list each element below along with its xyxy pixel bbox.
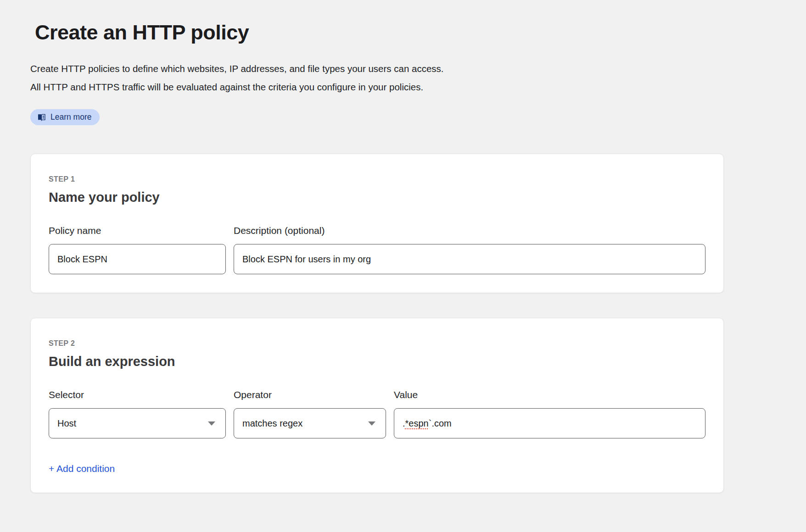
value-text-suffix: `.com bbox=[429, 418, 452, 429]
selector-dropdown[interactable]: Host bbox=[49, 408, 226, 438]
intro-text: Create HTTP policies to define which web… bbox=[30, 60, 776, 96]
operator-field: Operator matches regex bbox=[234, 389, 386, 438]
book-icon bbox=[37, 113, 46, 122]
intro-line-1: Create HTTP policies to define which web… bbox=[30, 60, 776, 78]
step2-card: STEP 2 Build an expression Selector Host… bbox=[30, 318, 724, 493]
caret-down-icon bbox=[368, 421, 375, 426]
caret-down-icon bbox=[208, 421, 215, 426]
policy-name-label: Policy name bbox=[49, 225, 226, 236]
step1-form-row: Policy name Description (optional) bbox=[49, 225, 705, 274]
operator-label: Operator bbox=[234, 389, 386, 400]
selector-value: Host bbox=[57, 418, 76, 429]
operator-dropdown[interactable]: matches regex bbox=[234, 408, 386, 438]
value-text-misspelled: *espn bbox=[405, 418, 429, 429]
operator-value: matches regex bbox=[242, 418, 302, 429]
description-field: Description (optional) bbox=[234, 225, 705, 274]
step1-heading: Name your policy bbox=[49, 190, 705, 205]
step2-form-row: Selector Host Operator matches regex Val… bbox=[49, 389, 705, 438]
add-condition-link[interactable]: + Add condition bbox=[49, 463, 115, 474]
value-field: Value .*espn`.com bbox=[394, 389, 705, 438]
page-title: Create an HTTP policy bbox=[35, 0, 776, 45]
value-input[interactable]: .*espn`.com bbox=[394, 408, 705, 438]
step2-heading: Build an expression bbox=[49, 354, 705, 369]
intro-line-2: All HTTP and HTTPS traffic will be evalu… bbox=[30, 78, 776, 96]
step2-label: STEP 2 bbox=[49, 339, 705, 348]
selector-label: Selector bbox=[49, 389, 226, 400]
description-label: Description (optional) bbox=[234, 225, 705, 236]
selector-field: Selector Host bbox=[49, 389, 226, 438]
step1-label: STEP 1 bbox=[49, 175, 705, 183]
step1-card: STEP 1 Name your policy Policy name Desc… bbox=[30, 154, 724, 293]
policy-name-field: Policy name bbox=[49, 225, 226, 274]
learn-more-label: Learn more bbox=[50, 112, 92, 122]
description-input[interactable] bbox=[234, 244, 705, 274]
value-label: Value bbox=[394, 389, 705, 400]
page-content: Create an HTTP policy Create HTTP polici… bbox=[0, 0, 806, 493]
policy-name-input[interactable] bbox=[49, 244, 226, 274]
learn-more-button[interactable]: Learn more bbox=[30, 109, 100, 125]
